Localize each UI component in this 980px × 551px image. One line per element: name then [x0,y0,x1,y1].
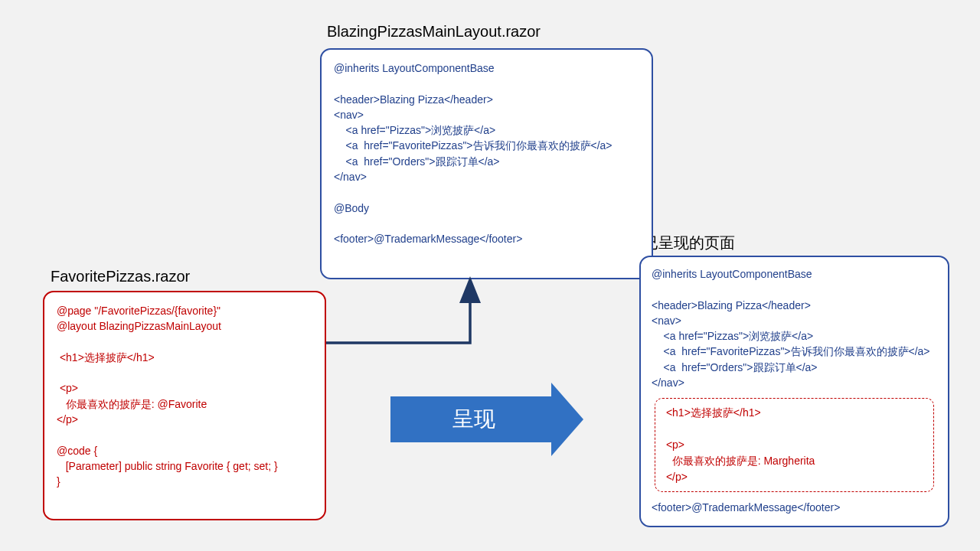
render-arrow-label: 呈现 [452,405,495,434]
render-arrow: 呈现 [390,383,583,456]
connector-arrow [0,0,980,551]
arrow-head-icon [551,383,583,456]
